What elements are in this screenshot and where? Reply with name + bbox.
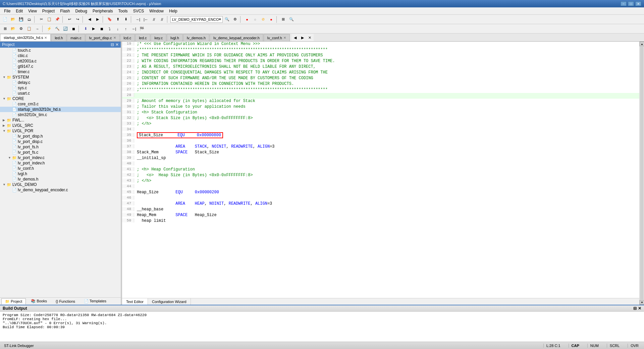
- tab-lv-port-disp[interactable]: lv_port_disp.c ✕: [86, 34, 120, 41]
- window-layout-button[interactable]: ⊞: [280, 16, 287, 23]
- tree-item-ctiic-c[interactable]: 📄ctiic.c: [0, 53, 121, 58]
- outdent-button[interactable]: |←: [142, 16, 150, 23]
- menu-svcs[interactable]: SVCS: [130, 8, 147, 14]
- tree-item-lv-demo-keypad-encoder-c[interactable]: 📄lv_demo_keypad_encoder.c: [0, 187, 121, 193]
- tab-lvdemosh[interactable]: lv_demos.h: [183, 34, 209, 41]
- scroll-down-button[interactable]: ▼: [640, 300, 644, 305]
- tree-item-lv-port-fs-h[interactable]: 📄lv_port_fs.h: [0, 144, 121, 150]
- tree-item-startup-stm32f10x-hd-s[interactable]: 📄startup_stm32f10x_hd.s: [0, 107, 121, 112]
- vertical-scrollbar[interactable]: ▲ ▼: [639, 42, 644, 305]
- menu-file[interactable]: File: [1, 8, 13, 14]
- menu-edit[interactable]: Edit: [13, 8, 25, 14]
- build-output-float-btn[interactable]: ⊟: [633, 306, 637, 311]
- uncomment-button[interactable]: //: [158, 16, 166, 23]
- minimize-button[interactable]: −: [621, 1, 627, 6]
- debug-start-button[interactable]: ▶: [90, 25, 97, 33]
- scroll-thumb[interactable]: [640, 47, 644, 300]
- tab-ledc[interactable]: led.c: [135, 34, 150, 41]
- tree-item-lv-port-disp-h[interactable]: 📄lv_port_disp.h: [0, 134, 121, 139]
- tab-startup[interactable]: startup_stm32f10x_hd.s ✕: [0, 34, 51, 41]
- tree-toggle[interactable]: ▼: [3, 183, 7, 186]
- tab-mainc[interactable]: main.c: [67, 34, 85, 41]
- tree-toggle[interactable]: ▶: [3, 118, 7, 122]
- clear-button[interactable]: ⊘: [260, 16, 267, 23]
- tree-toggle[interactable]: ▼: [3, 76, 7, 79]
- paste-button[interactable]: 📌: [54, 16, 61, 23]
- proj-btn4[interactable]: 📋: [25, 25, 33, 33]
- cut-button[interactable]: ✂: [38, 16, 45, 23]
- tab-project[interactable]: 📁 Project: [1, 298, 26, 304]
- tree-item-lvgl-h[interactable]: 📄lvgl.h: [0, 171, 121, 177]
- open-proj-button[interactable]: 📂: [9, 25, 17, 33]
- nav-fwd-button[interactable]: ▶: [94, 16, 101, 23]
- new-proj-button[interactable]: ⊞: [1, 25, 9, 33]
- build-output-close-btn[interactable]: ✕: [638, 306, 641, 311]
- run-to-button[interactable]: →|: [130, 25, 138, 33]
- maximize-button[interactable]: □: [628, 1, 634, 6]
- project-close-btn[interactable]: ✕: [115, 42, 119, 47]
- tab-lv-port-disp-close[interactable]: ✕: [113, 36, 116, 40]
- editor-tab-text[interactable]: Text Editor: [122, 298, 148, 305]
- save-all-button[interactable]: 🗂: [25, 16, 33, 23]
- comment-button[interactable]: //: [150, 16, 158, 23]
- menu-debug[interactable]: Debug: [73, 8, 90, 14]
- code-content[interactable]: 19;* <<< Use Configuration Wizard in Con…: [122, 42, 639, 298]
- tree-item-SYSTEM[interactable]: ▼📁SYSTEM: [0, 74, 121, 80]
- stop-button[interactable]: ○: [252, 16, 259, 23]
- tree-item-core-cm3-c[interactable]: 📄core_cm3.c: [0, 101, 121, 107]
- tree-item-LVGL-SRC[interactable]: ▶📁LVGL_SRC: [0, 123, 121, 128]
- tab-lvglh[interactable]: lvgl.h: [167, 34, 183, 41]
- rebuild-button[interactable]: 🔄: [62, 25, 69, 33]
- step-out-button[interactable]: ↑: [122, 25, 129, 33]
- menu-window[interactable]: Window: [147, 8, 166, 14]
- settings-button[interactable]: ⚙: [231, 16, 239, 23]
- menu-peripherals[interactable]: Peripherals: [90, 8, 116, 14]
- next-bookmark-button[interactable]: ⬇: [122, 16, 129, 23]
- compile-button[interactable]: ⚡: [46, 25, 53, 33]
- tree-item-FWL---[interactable]: ▶📁FWL...: [0, 117, 121, 123]
- tree-item-lv-port-indev-h[interactable]: 📄lv_port_indev.h: [0, 160, 121, 166]
- prev-bookmark-button[interactable]: ⬆: [114, 16, 121, 23]
- tab-keyc[interactable]: key.c: [151, 34, 166, 41]
- zoom-button[interactable]: 🔍: [288, 16, 295, 23]
- tab-templates[interactable]: 📄 Templates: [80, 298, 110, 304]
- copy-button[interactable]: 📋: [46, 16, 53, 23]
- scroll-up-button[interactable]: ▲: [640, 42, 644, 46]
- rtl-button[interactable]: 🏁: [138, 25, 146, 33]
- tab-startup-close[interactable]: ✕: [44, 36, 47, 40]
- tree-item-stm32f10x-tim-c[interactable]: 📄stm32f10x_tim.c: [0, 112, 121, 117]
- tab-ledh[interactable]: led.h: [51, 34, 66, 41]
- tree-item-gt9147-c[interactable]: 📄gt9147.c: [0, 64, 121, 69]
- tab-lvconfh[interactable]: lv_conf.h ✕: [264, 34, 290, 41]
- tree-item-lv-port-fs-c[interactable]: 📄lv_port_fs.c: [0, 150, 121, 155]
- menu-tools[interactable]: Tools: [116, 8, 130, 14]
- indent-button[interactable]: →|: [134, 16, 142, 23]
- tree-item-usart-c[interactable]: 📄usart.c: [0, 91, 121, 96]
- tree-toggle[interactable]: ▼: [3, 129, 7, 133]
- debug-run-button[interactable]: ●: [268, 16, 275, 23]
- editor-tab-config[interactable]: Configuration Wizard: [148, 298, 191, 305]
- tree-item-LVGL-DEMO[interactable]: ▼📁LVGL_DEMO: [0, 182, 121, 187]
- tree-item-timer-c[interactable]: 📄timer.c: [0, 69, 121, 74]
- stop-build-button[interactable]: ⏹: [70, 25, 77, 33]
- tabs-close-active[interactable]: ✕: [306, 34, 314, 41]
- tree-item-lv-port-disp-c[interactable]: 📄lv_port_disp.c: [0, 139, 121, 144]
- step-over-button[interactable]: ⤵: [106, 25, 113, 33]
- download-button[interactable]: ⬇: [82, 25, 89, 33]
- find-button[interactable]: 🔍: [223, 16, 231, 23]
- menu-project[interactable]: Project: [40, 8, 57, 14]
- debug-stop-button[interactable]: ⏹: [98, 25, 105, 33]
- menu-help[interactable]: Help: [166, 8, 180, 14]
- tree-item-lv-demos-h[interactable]: 📄lv_demos.h: [0, 177, 121, 182]
- tree-item-lv-conf-h[interactable]: 📄lv_conf.h: [0, 166, 121, 171]
- proj-btn5[interactable]: →: [34, 25, 41, 33]
- menu-view[interactable]: View: [25, 8, 40, 14]
- tabs-scroll-right[interactable]: ▶: [299, 34, 306, 41]
- new-file-button[interactable]: 📄: [1, 16, 9, 23]
- close-button[interactable]: ✕: [635, 1, 641, 6]
- build-button[interactable]: ●: [244, 16, 251, 23]
- tab-functions[interactable]: {} Functions: [52, 298, 79, 304]
- tree-item-delay-c[interactable]: 📄delay.c: [0, 80, 121, 85]
- redo-button[interactable]: ↪: [74, 16, 81, 23]
- tree-item-touch-c[interactable]: 📄touch.c: [0, 48, 121, 53]
